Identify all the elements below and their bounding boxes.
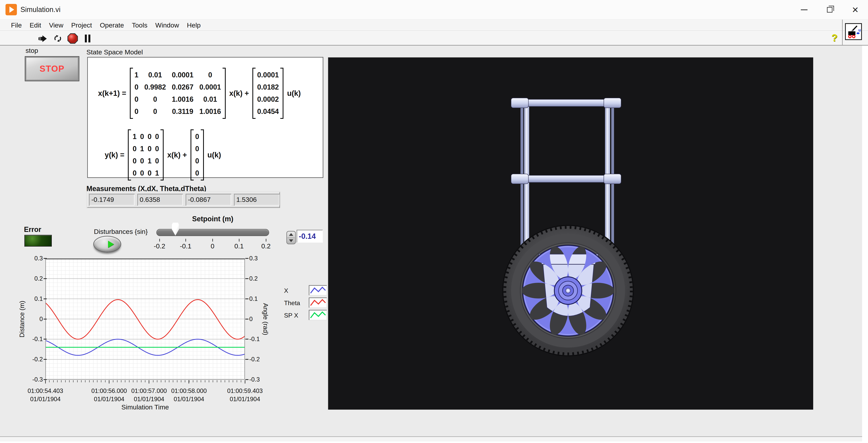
restore-icon	[827, 7, 832, 12]
matrix-cell: 0	[148, 132, 151, 141]
menu-project[interactable]: Project	[67, 22, 96, 29]
x-minor-tick	[129, 380, 129, 382]
slider-scale-tick	[212, 239, 213, 242]
y-tick-right	[245, 319, 248, 319]
legend-sample-x[interactable]	[309, 285, 327, 295]
window-title: Simulation.vi	[21, 5, 61, 14]
x-minor-tick	[217, 380, 217, 382]
decrement-arrow-icon[interactable]	[289, 240, 293, 242]
menu-tools[interactable]: Tools	[128, 22, 151, 29]
stop-button-face: STOP	[26, 57, 78, 80]
restore-button[interactable]	[817, 0, 842, 20]
matrix-cell: 0	[195, 169, 199, 177]
x-minor-tick	[121, 380, 121, 382]
x-minor-tick	[117, 380, 118, 382]
legend-sample-theta[interactable]	[309, 297, 327, 308]
x-minor-tick	[221, 380, 221, 382]
menu-edit[interactable]: Edit	[26, 22, 45, 29]
setpoint-spinner[interactable]	[286, 231, 296, 244]
menu-file[interactable]: File	[7, 22, 26, 29]
x-minor-tick	[101, 380, 101, 382]
x-minor-tick	[197, 380, 197, 382]
x-minor-tick	[69, 380, 69, 382]
abort-button[interactable]	[67, 33, 78, 44]
matrix-cell: 0.0454	[257, 107, 279, 116]
wheel-hub	[554, 277, 582, 304]
panel-scrollbar[interactable]	[0, 436, 862, 441]
close-button[interactable]: ✕	[842, 0, 868, 20]
y-tick-label-right: -0.2	[249, 355, 267, 363]
legend-label-x[interactable]: X	[284, 287, 288, 294]
x-minor-tick	[125, 380, 125, 382]
matrix-cell: 0.3119	[172, 107, 193, 116]
eq1-lhs: x(k+1) =	[98, 89, 126, 98]
y-tick-right	[245, 298, 248, 299]
x-major-tick	[149, 380, 149, 383]
x-minor-tick	[225, 380, 225, 382]
y-tick-label-left: -0.2	[25, 355, 43, 363]
measurement-dx: 0.6358	[137, 194, 183, 205]
matrix-cell: 0	[140, 169, 144, 177]
toolbar-divider	[842, 20, 843, 45]
y-tick-label-left: -0.3	[25, 376, 43, 383]
y-tick-label-left: 0.1	[25, 295, 43, 303]
run-continuously-icon	[53, 33, 63, 43]
measurements-array: -0.1749 0.6358 -0.0867 1.5306	[86, 191, 280, 208]
title-bar: Simulation.vi ✕	[0, 0, 868, 20]
menu-help[interactable]: Help	[183, 22, 205, 29]
matrix-cell: 0	[199, 71, 221, 79]
eq2-mid: x(k) +	[167, 151, 187, 159]
x-tick-date-label: 01/01/1904	[208, 396, 282, 403]
menu-window[interactable]: Window	[151, 22, 183, 29]
x-minor-tick	[229, 380, 229, 382]
state-space-panel: x(k+1) = 10.010.0001000.99820.02670.0001…	[87, 57, 323, 178]
pendulum-wheel-render	[329, 58, 814, 410]
x-axis-title: Simulation Time	[108, 403, 183, 411]
x-minor-tick	[213, 380, 213, 382]
run-button[interactable]	[37, 33, 48, 44]
matrix-cell: 0	[134, 95, 138, 103]
stop-button[interactable]: STOP	[25, 56, 80, 81]
matrix-A: 10.010.0001000.99820.02670.0001001.00160…	[130, 68, 226, 119]
x-major-tick	[245, 380, 245, 383]
x-minor-tick	[105, 380, 105, 382]
disturbances-toggle[interactable]	[93, 236, 121, 252]
menu-operate[interactable]: Operate	[96, 22, 128, 29]
matrix-cell: 0.0001	[199, 83, 221, 91]
x-minor-tick	[157, 380, 157, 382]
matrix-cell: 0.01	[199, 95, 221, 103]
y-tick-label-right: 0.1	[249, 295, 267, 303]
matrix-cell: 0.0001	[172, 71, 193, 79]
setpoint-numeric-field[interactable]: -0.14	[297, 230, 323, 243]
matrix-cell: 0	[155, 132, 159, 141]
x-minor-tick	[201, 380, 201, 382]
run-continuously-button[interactable]	[52, 33, 63, 44]
y-tick-label-left: 0	[25, 315, 43, 323]
y-tick-right	[245, 278, 248, 279]
slider-scale-label: 0	[201, 242, 224, 250]
y-tick-right	[245, 339, 248, 340]
legend-label-sp-x[interactable]: SP X	[284, 312, 298, 319]
context-help-button[interactable]: ?	[829, 31, 839, 44]
waveform-chart-plot	[45, 258, 245, 380]
increment-arrow-icon[interactable]	[289, 233, 293, 236]
matrix-cell: 1	[148, 157, 151, 165]
vi-icon-button[interactable]: u	[845, 23, 862, 40]
measurement-x: -0.1749	[89, 194, 134, 205]
pause-button[interactable]	[82, 33, 93, 44]
y-tick-right	[245, 359, 248, 360]
menu-view[interactable]: View	[45, 22, 67, 29]
error-led	[24, 235, 52, 247]
x-minor-tick	[81, 380, 82, 382]
x-minor-tick	[89, 380, 90, 382]
legend-label-theta[interactable]: Theta	[284, 299, 300, 307]
x-minor-tick	[165, 380, 165, 382]
x-major-tick	[189, 380, 189, 383]
minimize-button[interactable]	[792, 0, 817, 20]
x-minor-tick	[145, 380, 145, 382]
stop-label: stop	[26, 47, 38, 54]
legend-sample-sp-x[interactable]	[309, 310, 327, 320]
y-tick-left	[43, 258, 47, 259]
matrix-cell: 1	[134, 71, 138, 79]
matrix-cell: 0	[140, 157, 144, 165]
